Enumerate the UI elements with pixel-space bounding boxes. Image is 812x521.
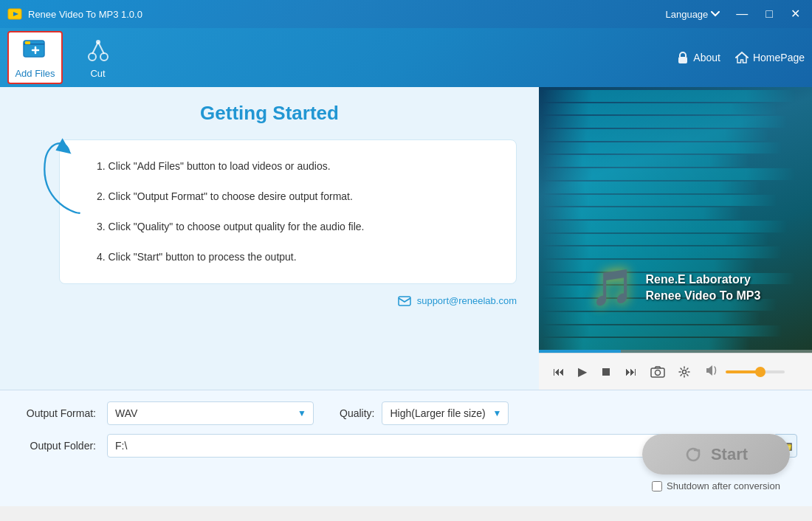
language-selector[interactable]: Language (665, 9, 720, 20)
svg-point-15 (656, 370, 661, 375)
cut-label: Cut (90, 68, 105, 79)
step4-text: 4. Click "Start" button to process the o… (97, 249, 494, 265)
email-address[interactable]: support@reneelab.com (417, 295, 517, 306)
titlebar-left: Renee Video To MP3 1.0.0 (7, 7, 142, 21)
toolbar-right: About HomePage (677, 51, 805, 64)
minimize-button[interactable]: — (732, 7, 752, 21)
brand-line2: Renee Video To MP3 (646, 288, 761, 304)
svg-rect-6 (25, 41, 30, 44)
svg-point-11 (96, 40, 100, 44)
main-area: Getting Started 1. Click "Add Files" but… (0, 87, 812, 390)
step1-text: 1. Click "Add Files" button to load vide… (97, 159, 494, 174)
language-label: Language (665, 9, 708, 20)
start-label: Start (711, 445, 748, 464)
quality-label: Quality: (340, 407, 374, 419)
titlebar: Renee Video To MP3 1.0.0 Language — □ ✕ (0, 0, 812, 28)
add-files-button[interactable]: Add Files (7, 31, 63, 84)
app-logo-icon (7, 7, 22, 21)
homepage-label: HomePage (753, 52, 805, 63)
volume-slider[interactable] (726, 370, 785, 373)
left-panel: Getting Started 1. Click "Add Files" but… (0, 87, 539, 390)
play-button[interactable]: ▶ (575, 362, 590, 382)
output-folder-label: Output Folder: (15, 440, 96, 452)
cut-icon (84, 37, 112, 65)
homepage-link[interactable]: HomePage (735, 51, 805, 64)
camera-icon (650, 366, 665, 378)
right-panel: 🎵 Rene.E Laboratory Renee Video To MP3 ⏮… (539, 87, 812, 390)
about-link[interactable]: About (677, 51, 720, 64)
refresh-icon (684, 446, 702, 463)
media-controls: ⏮ ▶ ⏹ ⏭ (539, 353, 812, 390)
screenshot-button[interactable] (647, 363, 668, 381)
quality-group: Quality: High(Larger file size) Medium L… (340, 401, 509, 425)
start-area: Start Shutdown after conversion (642, 434, 790, 491)
gear-icon (678, 366, 690, 378)
close-button[interactable]: ✕ (786, 7, 805, 21)
output-format-label: Output Format: (15, 407, 96, 419)
toolbar-left: Add Files Cut (7, 31, 125, 84)
restore-button[interactable]: □ (761, 7, 777, 21)
titlebar-right: Language — □ ✕ (665, 7, 805, 21)
volume-icon (705, 365, 718, 379)
skip-forward-button[interactable]: ⏭ (622, 362, 640, 382)
stop-button[interactable]: ⏹ (597, 362, 615, 382)
video-display: 🎵 Rene.E Laboratory Renee Video To MP3 (539, 87, 812, 353)
add-files-icon (21, 37, 49, 65)
add-files-label: Add Files (15, 68, 55, 79)
email-icon (398, 296, 411, 306)
brand-line1: Rene.E Laboratory (646, 272, 761, 288)
svg-point-16 (683, 370, 687, 373)
music-note-icon: 🎵 (591, 267, 635, 308)
arrow-graphic (22, 131, 96, 220)
output-format-wrapper: WAV MP3 AAC OGG FLAC ▼ (107, 401, 314, 425)
svg-rect-12 (678, 57, 687, 63)
dropdown-icon (711, 11, 720, 17)
shutdown-label[interactable]: Shutdown after conversion (667, 480, 780, 491)
getting-started-title: Getting Started (22, 102, 517, 125)
settings-button[interactable] (675, 363, 693, 381)
step2-text: 2. Click "Output Format" to choose desir… (97, 189, 494, 204)
bottom-controls: Output Format: WAV MP3 AAC OGG FLAC ▼ Qu… (0, 390, 812, 506)
about-label: About (693, 52, 720, 63)
svg-point-8 (100, 53, 108, 61)
cut-button[interactable]: Cut (70, 31, 125, 84)
lock-icon (677, 51, 689, 64)
shutdown-checkbox[interactable] (652, 481, 662, 491)
format-row: Output Format: WAV MP3 AAC OGG FLAC ▼ Qu… (15, 401, 797, 425)
shutdown-row: Shutdown after conversion (652, 480, 780, 491)
video-progress-bar (539, 350, 812, 353)
svg-point-7 (89, 53, 96, 61)
quality-wrapper: High(Larger file size) Medium Low ▼ (382, 401, 509, 425)
quality-select[interactable]: High(Larger file size) Medium Low (382, 401, 509, 425)
output-format-select[interactable]: WAV MP3 AAC OGG FLAC (107, 401, 314, 425)
start-button[interactable]: Start (642, 434, 790, 475)
skip-back-button[interactable]: ⏮ (550, 362, 568, 382)
app-title: Renee Video To MP3 1.0.0 (28, 9, 142, 20)
eq-visualization (539, 87, 812, 353)
email-line: support@reneelab.com (22, 295, 517, 306)
video-progress-fill (539, 350, 621, 353)
window-controls: — □ ✕ (732, 7, 805, 21)
step3-text: 3. Click "Quality" to choose output qual… (97, 219, 494, 235)
video-branding: 🎵 Rene.E Laboratory Renee Video To MP3 (539, 267, 812, 308)
instructions-box: 1. Click "Add Files" button to load vide… (59, 139, 517, 284)
home-icon (735, 51, 749, 64)
svg-rect-13 (399, 297, 410, 306)
brand-text: Rene.E Laboratory Renee Video To MP3 (646, 272, 761, 305)
toolbar: Add Files Cut About (0, 28, 812, 87)
